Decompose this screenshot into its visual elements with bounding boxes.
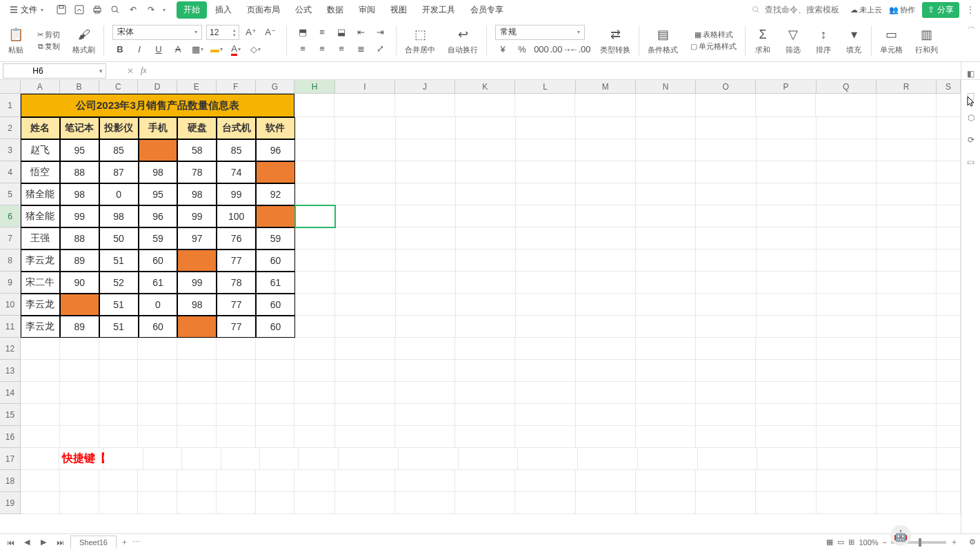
cell-style-button[interactable]: ▢单元格样式 [690,41,737,52]
cell[interactable] [877,470,937,492]
cell[interactable]: 96 [256,139,295,161]
column-header[interactable]: I [335,80,395,94]
row-header[interactable]: 4 [0,161,21,183]
cell[interactable]: 赵飞 [21,139,60,161]
cell[interactable] [177,338,217,360]
cell[interactable] [817,470,877,492]
collapse-ribbon-icon[interactable]: ︿ [968,21,976,32]
column-header[interactable]: K [455,80,515,94]
cell[interactable] [294,404,334,426]
cell[interactable]: 60 [139,316,178,338]
cell[interactable]: 74 [217,161,256,183]
dec-dec-icon[interactable]: ←.00 [572,43,588,57]
qat-dropdown[interactable]: ▾ [163,7,166,13]
select-all-corner[interactable] [0,80,21,94]
cell[interactable]: 宋二牛 [21,272,60,294]
cell[interactable] [817,294,877,316]
tab-formula[interactable]: 公式 [288,1,319,19]
sum-button[interactable]: Σ求和 [754,26,772,55]
row-header[interactable]: 1 [0,94,21,117]
cell[interactable] [576,294,636,316]
column-header[interactable]: R [877,80,937,94]
more-icon[interactable]: ⋮ [966,5,974,14]
cell[interactable] [177,492,217,514]
cell[interactable] [21,426,60,448]
cell[interactable] [817,227,877,249]
table-header-cell[interactable]: 硬盘 [177,117,217,139]
cell[interactable]: 60 [256,294,295,316]
cell[interactable] [399,448,459,470]
cell[interactable] [696,426,756,448]
cell[interactable] [177,316,217,338]
save-as-icon[interactable] [72,3,86,17]
column-header[interactable]: L [515,80,575,94]
cell[interactable]: 95 [60,139,99,161]
cell[interactable] [335,426,395,448]
column-header[interactable]: P [756,80,816,94]
cell[interactable] [294,470,334,492]
number-format-select[interactable]: 常规▾ [495,25,585,40]
cell[interactable] [396,227,456,249]
chevron-down-icon[interactable]: ▾ [97,68,106,74]
sidebar-toggle-icon[interactable]: ◧ [967,69,974,79]
column-header[interactable]: F [217,80,256,94]
cell[interactable]: 李云龙 [21,316,60,338]
cell[interactable] [877,492,937,514]
cell[interactable] [636,294,696,316]
sidebar-backup-icon[interactable]: ⟳ [968,135,974,145]
cell[interactable] [877,404,937,426]
cell[interactable]: 60 [256,316,295,338]
clear-format-button[interactable]: ◇▾ [248,43,263,57]
cell[interactable] [937,316,961,338]
cell[interactable] [217,382,256,404]
cell[interactable] [99,360,139,382]
cell[interactable]: 98 [99,205,139,227]
cell[interactable] [757,161,817,183]
cell[interactable] [256,404,295,426]
cell[interactable] [816,94,876,117]
cell[interactable] [256,338,295,360]
cell[interactable] [937,294,961,316]
percent-icon[interactable]: % [514,43,530,57]
cell[interactable] [395,470,455,492]
cell[interactable] [335,183,395,205]
cell[interactable] [756,470,816,492]
save-icon[interactable] [54,3,68,17]
cell[interactable] [576,404,636,426]
cell[interactable] [99,382,139,404]
cell[interactable] [756,426,816,448]
fill-color-button[interactable]: ▬▾ [209,43,224,57]
cell[interactable] [395,492,455,514]
cell[interactable] [60,294,99,316]
cell[interactable] [21,360,60,382]
cell[interactable] [636,94,696,117]
cell[interactable] [515,94,575,117]
comma-icon[interactable]: 000 [534,43,549,57]
row-header[interactable]: 7 [0,227,21,249]
cell[interactable]: 88 [60,227,99,249]
column-header[interactable]: Q [817,80,877,94]
cell[interactable] [937,360,961,382]
cell[interactable] [335,404,395,426]
cell[interactable] [696,338,756,360]
cell[interactable]: 61 [256,272,295,294]
cell[interactable]: 98 [139,161,178,183]
cell[interactable] [455,94,515,117]
cell[interactable] [576,139,636,161]
cell[interactable] [877,94,937,117]
sheet-nav-next[interactable]: ▶ [37,538,50,547]
cell[interactable] [696,492,756,514]
cell[interactable] [877,139,937,161]
cell[interactable] [395,360,455,382]
cell[interactable] [455,382,515,404]
cell[interactable]: 77 [217,249,256,272]
cell[interactable]: 98 [177,294,217,316]
sheet-tab[interactable]: Sheet16 [70,536,117,549]
row-header[interactable]: 2 [0,117,21,139]
cell[interactable] [21,492,60,514]
cell[interactable] [638,448,698,470]
copy-button[interactable]: ⧉复制 [38,41,60,52]
merge-button[interactable]: ⬚合并居中 [405,26,435,55]
cell[interactable] [177,470,217,492]
cell[interactable] [60,492,99,514]
